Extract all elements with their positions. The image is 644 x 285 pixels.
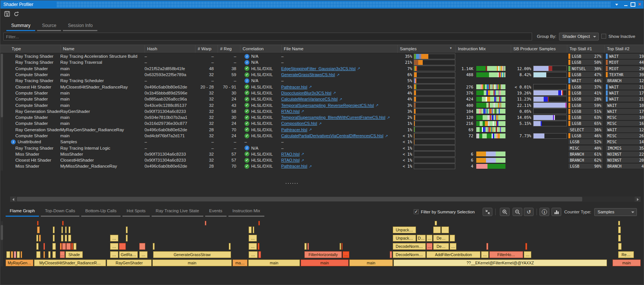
flame-box[interactable]: … xyxy=(139,251,148,258)
external-link-icon[interactable]: ↗ xyxy=(357,66,360,70)
flame-box[interactable] xyxy=(119,243,126,250)
flame-box[interactable] xyxy=(435,221,437,225)
flame-box[interactable] xyxy=(65,226,67,233)
flame-box[interactable]: D… xyxy=(417,235,426,242)
external-link-icon[interactable]: ↗ xyxy=(387,116,390,120)
flame-box[interactable] xyxy=(73,243,76,250)
external-link-icon[interactable]: ↗ xyxy=(309,164,312,168)
file-link[interactable]: Pathtracer.hlsl xyxy=(281,128,307,132)
reset-zoom-button[interactable]: ↺ xyxy=(524,208,534,216)
pane-splitter[interactable] xyxy=(286,183,299,184)
table-row[interactable]: Compute Shadermain0x934e7810b07b2aa13230… xyxy=(0,114,644,120)
table-row[interactable]: Compute Shadermain0x1b45bbbd89d2596e3230… xyxy=(0,90,644,96)
show-inactive-checkbox[interactable] xyxy=(601,34,606,39)
flame-box[interactable] xyxy=(36,235,38,242)
flame-box[interactable] xyxy=(43,243,45,250)
tab-source[interactable]: Source xyxy=(37,21,61,31)
flame-box[interactable]: MyRayGen… xyxy=(6,260,33,266)
table-row[interactable]: Compute Shadermain0x632593e22f5e789a3259… xyxy=(0,72,644,78)
table-row[interactable]: Compute Shadermain0x43ce9c1288c851373243… xyxy=(0,102,644,108)
flame-box[interactable] xyxy=(61,235,63,242)
flame-box[interactable] xyxy=(390,251,392,258)
file-link[interactable]: TemporalSupersampling_ReverseReprojectCS… xyxy=(281,103,374,108)
flame-box[interactable]: GetRa… xyxy=(119,251,138,258)
window-menu-icon[interactable] xyxy=(614,0,620,9)
external-link-icon[interactable]: ↗ xyxy=(301,109,304,113)
column-header-file-name[interactable]: File Name xyxy=(281,45,397,53)
file-link[interactable]: DisocclusionBlur3x3CS.hlsl xyxy=(281,91,331,95)
flame-box[interactable] xyxy=(525,243,527,250)
counter-type-dropdown[interactable]: Samples xyxy=(594,208,637,216)
flame-box[interactable]: De… xyxy=(433,243,449,250)
flame-box[interactable] xyxy=(11,251,13,258)
flame-box[interactable]: GenerateGrassStraw xyxy=(153,251,231,258)
table-horizontal-scrollbar[interactable] xyxy=(10,196,641,202)
flame-box[interactable] xyxy=(52,251,56,258)
flame-box[interactable]: … xyxy=(426,243,432,250)
table-row[interactable]: Closest Hit ShaderMyClosestHitShader_Rad… xyxy=(0,84,644,90)
histogram-button[interactable] xyxy=(552,208,561,216)
table-vscroll-thumb[interactable] xyxy=(1,54,3,117)
external-link-icon[interactable]: ↗ xyxy=(339,97,342,101)
flame-box[interactable] xyxy=(62,221,64,225)
external-link-icon[interactable]: ↗ xyxy=(309,128,312,132)
flame-box[interactable] xyxy=(71,243,73,250)
flame-box[interactable]: … xyxy=(450,243,456,250)
flame-box[interactable]: main xyxy=(248,260,300,266)
flame-box[interactable]: … xyxy=(343,251,349,258)
flame-box[interactable] xyxy=(66,243,71,250)
column-header-sb-producer-samples[interactable]: SB Producer Samples xyxy=(511,45,567,53)
table-row[interactable]: Compute Shadermain0xd4cbf76bf7a2d1713224… xyxy=(0,133,644,139)
flame-box[interactable] xyxy=(17,251,20,258)
file-link[interactable]: RTAO.hlsl xyxy=(281,158,300,162)
file-link[interactable]: Pathtracer.hlsl xyxy=(281,164,307,168)
zoom-in-button[interactable] xyxy=(500,208,510,216)
column-header-instruction-mix[interactable]: Instruction Mix xyxy=(455,45,511,53)
flame-box[interactable]: … xyxy=(481,251,489,258)
column-header-top-stall-#2[interactable]: Top Stall #2 xyxy=(604,45,644,53)
table-row[interactable]: Ray Tracing ShaderRay Tracing Scheduler–… xyxy=(0,78,644,84)
flame-box[interactable]: Re… xyxy=(618,251,634,258)
flame-box[interactable] xyxy=(153,243,155,250)
flame-box[interactable] xyxy=(68,235,71,242)
tab-summary[interactable]: Summary xyxy=(6,21,35,31)
flame-box[interactable]: Shade xyxy=(66,251,83,258)
flame-graph[interactable]: MyRayGen…MyClosestHitShader_RadianceR…Ra… xyxy=(0,221,644,267)
save-all-icon[interactable] xyxy=(4,11,12,18)
flame-box[interactable]: … xyxy=(249,235,257,242)
flame-box[interactable] xyxy=(60,243,62,250)
flame-box[interactable]: … xyxy=(249,243,257,250)
table-row[interactable]: iUnattributedSamples–––––< 1%LGSB52%MISC… xyxy=(0,139,644,145)
minimize-button[interactable] xyxy=(623,0,629,9)
flame-box[interactable] xyxy=(341,243,343,250)
flame-box[interactable]: … xyxy=(426,235,432,242)
flame-box[interactable]: DecodeNorm… xyxy=(393,243,426,250)
table-row[interactable]: Compute Shadermain0x21f52a2d858b41fe4838… xyxy=(0,66,644,72)
flame-box[interactable] xyxy=(53,235,55,242)
flame-box[interactable] xyxy=(37,221,39,225)
flame-box[interactable]: MyClosestHitShader_RadianceR… xyxy=(34,260,106,266)
maximize-button[interactable] xyxy=(630,0,636,9)
flame-box[interactable] xyxy=(139,243,145,250)
flame-box[interactable]: AddFilterContribution xyxy=(426,251,480,258)
external-link-icon[interactable]: ↗ xyxy=(385,134,388,138)
flame-box[interactable]: main xyxy=(152,260,232,266)
flame-box[interactable] xyxy=(486,243,488,250)
flame-box[interactable]: … xyxy=(110,235,118,242)
flame-box[interactable] xyxy=(39,235,41,242)
table-hscroll-thumb[interactable] xyxy=(17,197,582,201)
table-row[interactable]: Compute Shadermain0x316d29736e30c8773224… xyxy=(0,120,644,126)
flame-box[interactable]: … xyxy=(110,243,118,250)
table-row[interactable]: Miss ShaderMyMissShader_RadianceRay0x496… xyxy=(0,163,644,169)
flame-box[interactable]: … xyxy=(524,251,531,258)
flame-box[interactable]: main xyxy=(349,260,393,266)
table-row[interactable]: Miss ShaderMissShader0x90f731304a6c82333… xyxy=(0,151,644,157)
flame-vertical-scrollbar[interactable] xyxy=(1,221,3,266)
flame-box[interactable] xyxy=(52,243,56,250)
tab-session-info[interactable]: Session Info xyxy=(63,21,97,31)
column-header-hash[interactable]: Hash xyxy=(145,45,195,53)
zoom-out-button[interactable] xyxy=(513,208,522,216)
flame-box[interactable] xyxy=(48,251,51,258)
external-link-icon[interactable]: ↗ xyxy=(333,91,336,95)
table-row[interactable]: Ray Generation ShaderRayGenShader0x90f73… xyxy=(0,108,644,114)
